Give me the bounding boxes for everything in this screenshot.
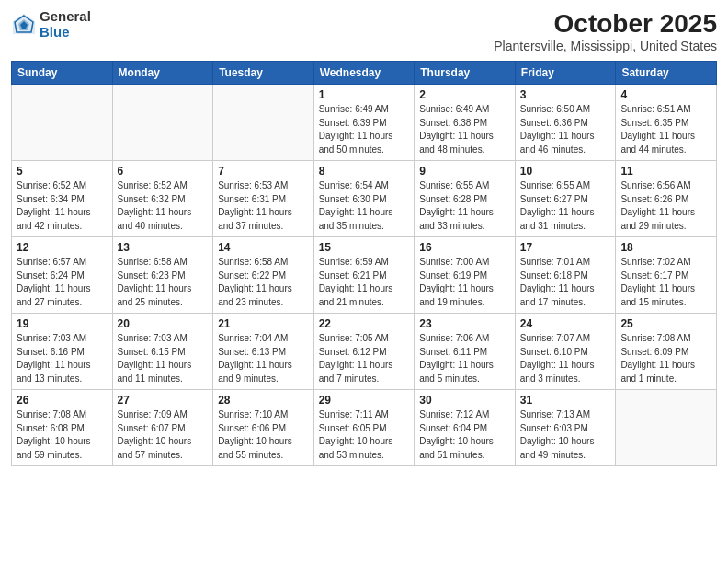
page: General Blue October 2025 Plantersville,… (0, 0, 728, 563)
day-info: Sunrise: 7:11 AM Sunset: 6:05 PM Dayligh… (319, 408, 410, 462)
day-number: 25 (620, 317, 711, 330)
calendar-cell (112, 85, 213, 161)
day-info: Sunrise: 7:04 AM Sunset: 6:13 PM Dayligh… (218, 332, 309, 385)
day-number: 28 (218, 394, 309, 407)
day-number: 5 (17, 165, 108, 178)
calendar-cell: 6Sunrise: 6:52 AM Sunset: 6:32 PM Daylig… (112, 161, 213, 237)
calendar-cell: 31Sunrise: 7:13 AM Sunset: 6:03 PM Dayli… (515, 390, 616, 466)
header: General Blue October 2025 Plantersville,… (11, 9, 717, 53)
day-info: Sunrise: 7:10 AM Sunset: 6:06 PM Dayligh… (218, 408, 309, 462)
calendar-cell: 11Sunrise: 6:56 AM Sunset: 6:26 PM Dayli… (616, 161, 717, 237)
calendar-cell: 20Sunrise: 7:03 AM Sunset: 6:15 PM Dayli… (112, 314, 213, 390)
day-info: Sunrise: 7:12 AM Sunset: 6:04 PM Dayligh… (419, 408, 510, 462)
day-info: Sunrise: 6:51 AM Sunset: 6:35 PM Dayligh… (620, 103, 711, 156)
title-block: October 2025 Plantersville, Mississippi,… (494, 9, 717, 53)
calendar-cell: 21Sunrise: 7:04 AM Sunset: 6:13 PM Dayli… (213, 314, 314, 390)
calendar-cell: 25Sunrise: 7:08 AM Sunset: 6:09 PM Dayli… (616, 314, 717, 390)
col-wednesday: Wednesday (313, 62, 415, 85)
col-monday: Monday (112, 62, 213, 85)
day-number: 15 (319, 241, 410, 254)
calendar-cell: 26Sunrise: 7:08 AM Sunset: 6:08 PM Dayli… (12, 390, 113, 466)
day-info: Sunrise: 6:56 AM Sunset: 6:26 PM Dayligh… (620, 179, 711, 233)
calendar-cell: 1Sunrise: 6:49 AM Sunset: 6:39 PM Daylig… (313, 85, 415, 161)
calendar-cell (616, 390, 717, 466)
calendar-cell: 29Sunrise: 7:11 AM Sunset: 6:05 PM Dayli… (313, 390, 415, 466)
day-info: Sunrise: 7:03 AM Sunset: 6:15 PM Dayligh… (118, 332, 209, 385)
day-number: 17 (520, 241, 611, 254)
day-info: Sunrise: 6:58 AM Sunset: 6:22 PM Dayligh… (218, 256, 309, 309)
day-number: 8 (319, 165, 410, 178)
calendar-cell: 4Sunrise: 6:51 AM Sunset: 6:35 PM Daylig… (616, 85, 717, 161)
day-info: Sunrise: 6:58 AM Sunset: 6:23 PM Dayligh… (118, 256, 209, 309)
day-info: Sunrise: 6:52 AM Sunset: 6:34 PM Dayligh… (17, 179, 108, 233)
day-number: 21 (218, 317, 309, 330)
calendar-cell: 9Sunrise: 6:55 AM Sunset: 6:28 PM Daylig… (415, 161, 516, 237)
day-number: 31 (520, 394, 611, 407)
day-number: 30 (419, 394, 510, 407)
day-info: Sunrise: 6:49 AM Sunset: 6:39 PM Dayligh… (319, 103, 410, 156)
day-number: 1 (319, 88, 410, 101)
day-number: 14 (218, 241, 309, 254)
day-info: Sunrise: 7:08 AM Sunset: 6:08 PM Dayligh… (17, 408, 108, 462)
day-number: 10 (520, 165, 611, 178)
day-number: 3 (520, 88, 611, 101)
page-title: October 2025 (494, 9, 717, 39)
calendar-table: Sunday Monday Tuesday Wednesday Thursday… (11, 61, 717, 466)
page-subtitle: Plantersville, Mississippi, United State… (494, 39, 717, 53)
calendar-cell: 14Sunrise: 6:58 AM Sunset: 6:22 PM Dayli… (213, 237, 314, 314)
day-info: Sunrise: 6:59 AM Sunset: 6:21 PM Dayligh… (319, 256, 410, 309)
day-info: Sunrise: 6:55 AM Sunset: 6:27 PM Dayligh… (520, 179, 611, 233)
week-row-3: 12Sunrise: 6:57 AM Sunset: 6:24 PM Dayli… (12, 237, 717, 314)
day-info: Sunrise: 7:08 AM Sunset: 6:09 PM Dayligh… (620, 332, 711, 385)
day-number: 27 (118, 394, 209, 407)
calendar-cell: 27Sunrise: 7:09 AM Sunset: 6:07 PM Dayli… (112, 390, 213, 466)
calendar-cell: 5Sunrise: 6:52 AM Sunset: 6:34 PM Daylig… (12, 161, 113, 237)
day-info: Sunrise: 6:50 AM Sunset: 6:36 PM Dayligh… (520, 103, 611, 156)
day-info: Sunrise: 7:05 AM Sunset: 6:12 PM Dayligh… (319, 332, 410, 385)
day-info: Sunrise: 7:13 AM Sunset: 6:03 PM Dayligh… (520, 408, 611, 462)
week-row-4: 19Sunrise: 7:03 AM Sunset: 6:16 PM Dayli… (12, 314, 717, 390)
day-info: Sunrise: 6:54 AM Sunset: 6:30 PM Dayligh… (319, 179, 410, 233)
col-tuesday: Tuesday (213, 62, 314, 85)
day-info: Sunrise: 6:53 AM Sunset: 6:31 PM Dayligh… (218, 179, 309, 233)
calendar-cell: 24Sunrise: 7:07 AM Sunset: 6:10 PM Dayli… (515, 314, 616, 390)
day-info: Sunrise: 6:49 AM Sunset: 6:38 PM Dayligh… (419, 103, 510, 156)
week-row-1: 1Sunrise: 6:49 AM Sunset: 6:39 PM Daylig… (12, 85, 717, 161)
logo-general-label: General (40, 9, 91, 25)
day-info: Sunrise: 7:07 AM Sunset: 6:10 PM Dayligh… (520, 332, 611, 385)
day-info: Sunrise: 7:01 AM Sunset: 6:18 PM Dayligh… (520, 256, 611, 309)
day-number: 29 (319, 394, 410, 407)
calendar-cell (213, 85, 314, 161)
calendar-cell: 18Sunrise: 7:02 AM Sunset: 6:17 PM Dayli… (616, 237, 717, 314)
day-number: 2 (419, 88, 510, 101)
calendar-header-row: Sunday Monday Tuesday Wednesday Thursday… (12, 62, 717, 85)
day-info: Sunrise: 7:09 AM Sunset: 6:07 PM Dayligh… (118, 408, 209, 462)
day-number: 23 (419, 317, 510, 330)
day-number: 9 (419, 165, 510, 178)
day-info: Sunrise: 6:52 AM Sunset: 6:32 PM Dayligh… (118, 179, 209, 233)
calendar-cell (12, 85, 113, 161)
col-thursday: Thursday (415, 62, 516, 85)
day-number: 12 (17, 241, 108, 254)
col-saturday: Saturday (616, 62, 717, 85)
calendar-cell: 30Sunrise: 7:12 AM Sunset: 6:04 PM Dayli… (415, 390, 516, 466)
calendar-cell: 13Sunrise: 6:58 AM Sunset: 6:23 PM Dayli… (112, 237, 213, 314)
day-info: Sunrise: 7:03 AM Sunset: 6:16 PM Dayligh… (17, 332, 108, 385)
day-number: 24 (520, 317, 611, 330)
day-number: 4 (620, 88, 711, 101)
day-info: Sunrise: 7:06 AM Sunset: 6:11 PM Dayligh… (419, 332, 510, 385)
day-number: 19 (17, 317, 108, 330)
calendar-cell: 2Sunrise: 6:49 AM Sunset: 6:38 PM Daylig… (415, 85, 516, 161)
calendar-cell: 15Sunrise: 6:59 AM Sunset: 6:21 PM Dayli… (313, 237, 415, 314)
day-number: 26 (17, 394, 108, 407)
col-friday: Friday (515, 62, 616, 85)
calendar-cell: 16Sunrise: 7:00 AM Sunset: 6:19 PM Dayli… (415, 237, 516, 314)
week-row-2: 5Sunrise: 6:52 AM Sunset: 6:34 PM Daylig… (12, 161, 717, 237)
logo: General Blue (11, 9, 91, 40)
day-info: Sunrise: 7:02 AM Sunset: 6:17 PM Dayligh… (620, 256, 711, 309)
day-number: 11 (620, 165, 711, 178)
day-number: 22 (319, 317, 410, 330)
day-info: Sunrise: 7:00 AM Sunset: 6:19 PM Dayligh… (419, 256, 510, 309)
calendar-cell: 22Sunrise: 7:05 AM Sunset: 6:12 PM Dayli… (313, 314, 415, 390)
week-row-5: 26Sunrise: 7:08 AM Sunset: 6:08 PM Dayli… (12, 390, 717, 466)
